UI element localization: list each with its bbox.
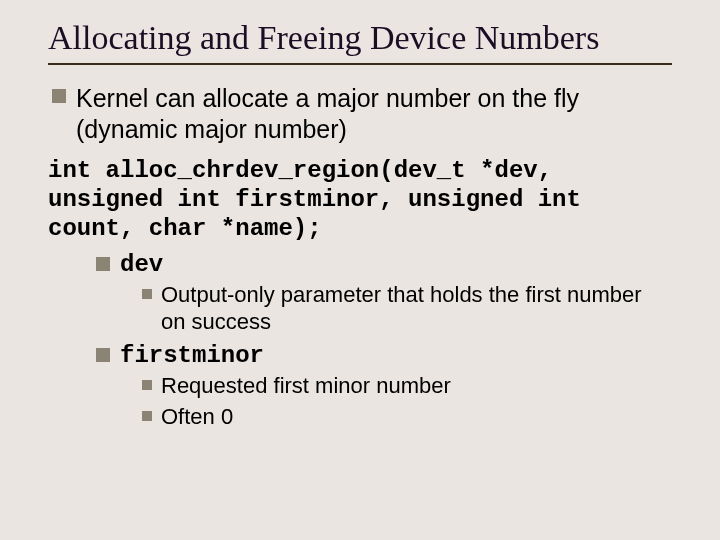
param-firstminor-desc-2-text: Often 0 (161, 404, 233, 431)
square-bullet-icon (142, 411, 152, 421)
param-dev: dev (96, 251, 672, 278)
param-firstminor-desc-2: Often 0 (142, 404, 672, 431)
square-bullet-icon (142, 289, 152, 299)
param-firstminor-desc-1-text: Requested first minor number (161, 373, 451, 400)
bullet-main-text: Kernel can allocate a major number on th… (76, 83, 672, 146)
param-firstminor-desc-1: Requested first minor number (142, 373, 672, 400)
param-dev-desc: Output-only parameter that holds the fir… (142, 282, 672, 336)
slide: Allocating and Freeing Device Numbers Ke… (0, 0, 720, 431)
code-signature: int alloc_chrdev_region(dev_t *dev, unsi… (48, 156, 672, 244)
square-bullet-icon (96, 348, 110, 362)
square-bullet-icon (96, 257, 110, 271)
title-underline (48, 63, 672, 65)
square-bullet-icon (52, 89, 66, 103)
bullet-main: Kernel can allocate a major number on th… (52, 83, 672, 146)
param-firstminor-name: firstminor (120, 342, 264, 369)
param-firstminor: firstminor (96, 342, 672, 369)
slide-title: Allocating and Freeing Device Numbers (48, 18, 672, 57)
param-dev-name: dev (120, 251, 163, 278)
param-dev-desc-text: Output-only parameter that holds the fir… (161, 282, 672, 336)
square-bullet-icon (142, 380, 152, 390)
